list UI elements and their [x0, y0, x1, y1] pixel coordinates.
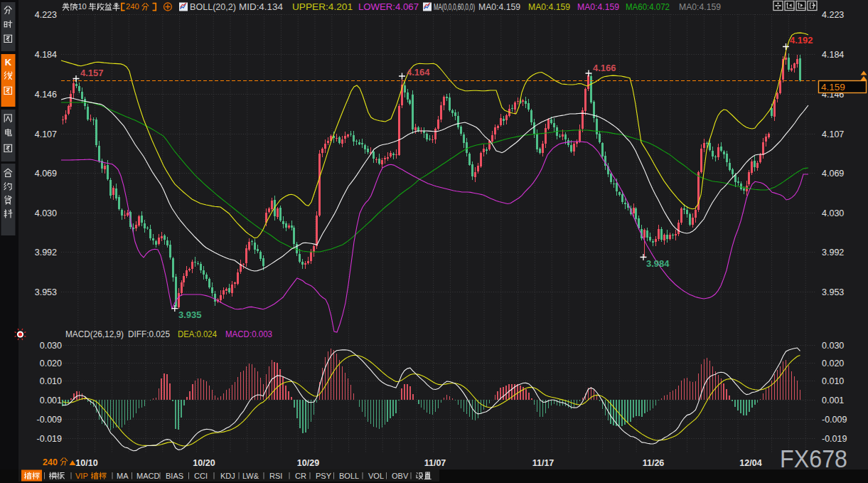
- svg-text:4.157: 4.157: [80, 68, 104, 78]
- svg-text:MA0:4.159: MA0:4.159: [679, 1, 721, 12]
- svg-text:-0.009: -0.009: [822, 415, 847, 425]
- svg-text:MACD:0.003: MACD:0.003: [225, 329, 272, 339]
- svg-text:-0.019: -0.019: [822, 434, 847, 444]
- svg-text:UPPER:4.201: UPPER:4.201: [292, 1, 353, 12]
- svg-text:4.223: 4.223: [822, 10, 844, 20]
- svg-text:0.020: 0.020: [40, 359, 62, 368]
- svg-text:DEA:0.024: DEA:0.024: [178, 329, 217, 339]
- svg-text:4.107: 4.107: [822, 129, 844, 139]
- svg-text:MID:4.134: MID:4.134: [239, 1, 283, 12]
- svg-text:11/07: 11/07: [424, 458, 446, 468]
- svg-text:4.184: 4.184: [35, 50, 57, 60]
- svg-text:DIFF:0.025: DIFF:0.025: [128, 329, 170, 339]
- svg-text:3.935: 3.935: [178, 309, 202, 320]
- svg-text:10/10: 10/10: [75, 458, 97, 468]
- svg-text:11/26: 11/26: [643, 458, 665, 468]
- svg-text:-0.019: -0.019: [37, 434, 62, 444]
- svg-text:MA(0,0,0,60,0,0): MA(0,0,0,60,0,0): [434, 2, 475, 12]
- svg-text:MACD(26,12,9): MACD(26,12,9): [65, 329, 124, 339]
- svg-text:CCI: CCI: [194, 472, 208, 480]
- svg-text:3.984: 3.984: [646, 258, 670, 269]
- svg-text:4.146: 4.146: [35, 90, 57, 100]
- svg-text:0.010: 0.010: [822, 376, 844, 386]
- svg-text:0.001: 0.001: [40, 396, 62, 405]
- svg-text:VIP: VIP: [75, 472, 88, 480]
- svg-text:0.001: 0.001: [822, 396, 844, 405]
- svg-text:OBV: OBV: [392, 472, 409, 480]
- svg-text:LW&: LW&: [242, 472, 259, 480]
- svg-text:RSI: RSI: [269, 472, 282, 480]
- svg-text:10: 10: [77, 2, 86, 11]
- svg-text:4.164: 4.164: [407, 67, 430, 78]
- svg-text:4.030: 4.030: [35, 208, 57, 218]
- svg-text:PSY: PSY: [316, 472, 332, 480]
- svg-text:0.030: 0.030: [822, 341, 844, 351]
- svg-text:KDJ: KDJ: [220, 472, 235, 480]
- svg-text:3.953: 3.953: [35, 287, 57, 297]
- svg-text:K: K: [5, 57, 12, 68]
- svg-text:0.010: 0.010: [40, 376, 62, 386]
- svg-text:BOLL(20,2): BOLL(20,2): [190, 1, 236, 12]
- svg-text:0.020: 0.020: [822, 359, 844, 368]
- svg-text:11/17: 11/17: [532, 458, 554, 468]
- svg-text:LOWER:4.067: LOWER:4.067: [358, 1, 419, 12]
- svg-text:FX678: FX678: [780, 445, 847, 472]
- svg-text:4.184: 4.184: [822, 50, 844, 60]
- svg-text:4.069: 4.069: [35, 169, 57, 179]
- svg-text:240: 240: [43, 457, 58, 467]
- svg-text:4.166: 4.166: [593, 63, 616, 73]
- svg-text:MA60:4.072: MA60:4.072: [626, 1, 670, 12]
- svg-text:240: 240: [126, 2, 139, 11]
- svg-text:MACD: MACD: [136, 472, 159, 480]
- svg-text:CR: CR: [295, 472, 306, 480]
- svg-text:4.223: 4.223: [35, 10, 57, 20]
- svg-text:MA0:4.159: MA0:4.159: [528, 1, 570, 12]
- svg-text:4.159: 4.159: [821, 82, 845, 92]
- svg-text:3.992: 3.992: [35, 248, 57, 258]
- svg-text:12/04: 12/04: [739, 458, 761, 468]
- svg-text:10/20: 10/20: [193, 458, 215, 468]
- svg-text:4.030: 4.030: [822, 208, 844, 218]
- svg-text:10/29: 10/29: [297, 458, 319, 468]
- svg-text:3.992: 3.992: [822, 248, 844, 258]
- svg-text:MA: MA: [117, 472, 129, 480]
- svg-text:MA0:4.159: MA0:4.159: [577, 1, 619, 12]
- svg-text:BIAS: BIAS: [166, 472, 183, 480]
- svg-text:VOL: VOL: [368, 472, 384, 480]
- svg-text:4.069: 4.069: [822, 169, 844, 179]
- svg-text:0.030: 0.030: [40, 341, 62, 351]
- svg-text:4.107: 4.107: [35, 129, 57, 139]
- svg-text:BOLL: BOLL: [339, 472, 359, 480]
- svg-text:4.192: 4.192: [790, 35, 813, 46]
- svg-text:MA0:4.159: MA0:4.159: [478, 1, 520, 12]
- svg-text:3.953: 3.953: [822, 287, 844, 297]
- svg-text:-0.009: -0.009: [37, 415, 62, 425]
